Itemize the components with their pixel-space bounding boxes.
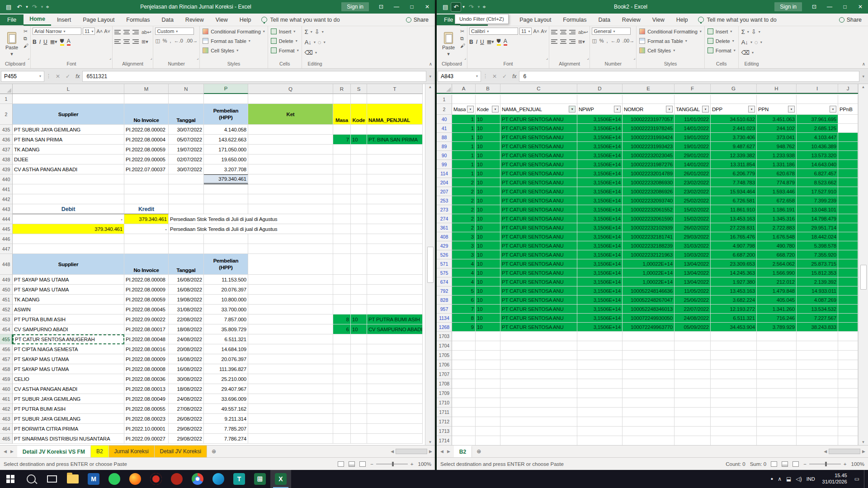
cell-H1134[interactable]: 716.246 — [757, 314, 797, 323]
cell[interactable] — [838, 341, 858, 351]
cell-I575[interactable]: 15.812.353 — [797, 268, 838, 277]
cell[interactable] — [577, 370, 623, 379]
row-header-1704[interactable]: 1704 — [437, 341, 452, 351]
cell[interactable] — [13, 194, 124, 204]
align-top-l-icon[interactable] — [114, 29, 121, 35]
cell-I204[interactable]: 8.523.662 — [797, 178, 838, 187]
row-header-461[interactable]: 461 — [0, 394, 13, 404]
cell-I429[interactable]: 5.398.578 — [797, 241, 838, 250]
autosum-icon[interactable]: Σ — [741, 28, 745, 35]
filter-active-funnel-icon[interactable]: ▼ — [569, 106, 576, 113]
cell[interactable] — [204, 234, 248, 244]
column-header-D[interactable]: D — [577, 84, 623, 93]
row-header-575[interactable]: 575 — [437, 268, 452, 277]
row-header-253[interactable]: 253 — [437, 196, 452, 205]
cell-T456[interactable] — [367, 344, 423, 354]
cell[interactable] — [367, 234, 423, 244]
cell-P464[interactable]: 7.785.207 — [204, 424, 248, 434]
file-explorer-icon[interactable] — [62, 470, 83, 488]
cell[interactable] — [797, 341, 838, 351]
cell-H575[interactable]: 1.566.990 — [757, 268, 797, 277]
cell[interactable] — [500, 351, 577, 360]
cell-A526[interactable]: 3 — [452, 250, 476, 259]
cell-L436[interactable]: PT BINA SAN PRIMA — [13, 135, 124, 145]
cell-E204[interactable]: 100022232086930 — [623, 178, 675, 187]
cell[interactable] — [757, 398, 797, 408]
cell-D674[interactable]: 3,1506E+14 — [577, 277, 623, 286]
filter-dropdown-icon[interactable]: ▾ — [492, 106, 499, 113]
cell[interactable] — [711, 436, 757, 445]
cell-H114[interactable]: 620.678 — [757, 169, 797, 178]
cell-Q438[interactable] — [248, 155, 333, 164]
cell-G273[interactable]: 11.861.910 — [711, 205, 757, 214]
prev-sheet-icon[interactable]: ◀ — [440, 449, 443, 454]
filter-dropdown-icon[interactable]: ▾ — [666, 106, 673, 113]
cell[interactable] — [351, 194, 367, 204]
header2-pembelian[interactable]: Pembelian(HPP) — [204, 254, 248, 275]
cell[interactable] — [838, 408, 858, 417]
cell-C40[interactable]: PT CATUR SENTOSA ANU — [500, 115, 577, 124]
cell[interactable] — [500, 417, 577, 427]
clear-icon[interactable]: ⌫ — [305, 49, 313, 56]
borders-button[interactable]: ▦▾ — [50, 39, 57, 45]
save-icon[interactable]: ▤ — [4, 3, 14, 11]
cell-R464[interactable] — [333, 424, 351, 434]
clock[interactable]: 15.4531/01/2026 — [820, 473, 850, 485]
row-header-1712[interactable]: 1712 — [437, 417, 452, 427]
opera-icon[interactable] — [146, 470, 166, 488]
cell[interactable] — [797, 389, 838, 398]
cell-J90[interactable] — [838, 151, 858, 160]
cell-L445[interactable]: 379.340.461 — [13, 224, 124, 234]
redo-dropdown[interactable]: ▾ — [477, 4, 481, 10]
cell-B114[interactable]: 10 — [476, 169, 500, 178]
cell-T449[interactable] — [367, 275, 423, 285]
display-icon[interactable]: ⬓ — [786, 476, 791, 482]
align-top-r-icon[interactable] — [132, 29, 139, 35]
row-header-408[interactable]: 408 — [437, 232, 452, 241]
sheet-tab-jurnal-koreksi[interactable]: Jurnal Koreksi — [109, 446, 155, 457]
undo-dropdown[interactable]: ▾ — [462, 4, 466, 10]
cell-E253[interactable]: 100022232093740 — [623, 196, 675, 205]
cell-J89[interactable] — [838, 142, 858, 151]
cell-T457[interactable] — [367, 354, 423, 364]
cell-D575[interactable]: 3,1506E+14 — [577, 268, 623, 277]
cell-N459[interactable]: 30/08/2022 — [169, 374, 204, 384]
cell-A114[interactable]: 1 — [452, 169, 476, 178]
cell-A1268[interactable]: 9 — [452, 323, 476, 332]
cell-P436[interactable]: 143.622.663 — [204, 135, 248, 145]
row-header-571[interactable]: 571 — [437, 259, 452, 268]
vertical-scrollbar[interactable]: ▲▼ — [425, 84, 435, 445]
cell-I114[interactable]: 6.827.457 — [797, 169, 838, 178]
cell[interactable] — [124, 174, 169, 184]
cell-F89[interactable]: 19/01/2022 — [675, 142, 711, 151]
page-layout-view-icon[interactable] — [782, 461, 788, 467]
cell[interactable] — [333, 224, 351, 234]
sharepoint-icon[interactable]: ⊞ — [250, 470, 270, 488]
cell-T452[interactable] — [367, 305, 423, 314]
cell-R455[interactable] — [333, 334, 351, 344]
row-header-204[interactable]: 204 — [437, 178, 452, 187]
cell-C273[interactable]: PT CATUR SENTOSA ANU — [500, 205, 577, 214]
cell[interactable] — [248, 204, 333, 214]
tell-me-box[interactable]: Tell me what you want to do — [257, 17, 344, 23]
cell-R452[interactable] — [333, 305, 351, 314]
cell-E90[interactable]: 100022232023045 — [623, 151, 675, 160]
cell[interactable] — [577, 360, 623, 370]
redo-button[interactable]: ↷ — [467, 3, 476, 11]
tab-formulas[interactable]: Formulas — [120, 14, 156, 25]
cell-E957[interactable]: 100052248346013 — [623, 305, 675, 314]
italic-button[interactable]: I — [476, 39, 477, 45]
cell-F674[interactable]: 13/04/2022 — [675, 277, 711, 286]
cell[interactable] — [169, 204, 204, 214]
cell-M453[interactable]: PI.2022.09.00022 — [124, 314, 169, 324]
cell[interactable] — [351, 174, 367, 184]
cell-D361[interactable]: 3,1506E+14 — [577, 223, 623, 232]
percent-style-icon[interactable]: % — [163, 38, 167, 44]
cell[interactable] — [797, 370, 838, 379]
cell-P458[interactable]: 111.396.827 — [204, 364, 248, 374]
cell-F429[interactable]: 31/03/2022 — [675, 241, 711, 250]
cell-F1268[interactable]: 05/09/2022 — [675, 323, 711, 332]
cell-L453[interactable]: PT PUTRA BUMI ASIH — [13, 314, 124, 324]
close-button[interactable]: ✕ — [853, 0, 868, 14]
cell-P454[interactable]: 35.809.729 — [204, 324, 248, 334]
